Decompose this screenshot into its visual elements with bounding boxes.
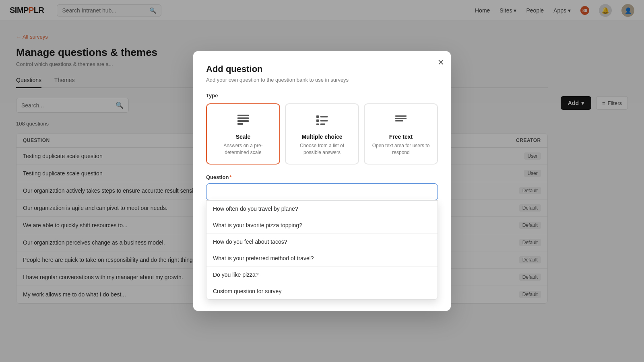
svg-rect-2 [237, 120, 249, 122]
suggestion-item-2[interactable]: How do you feel about tacos? [206, 234, 438, 250]
svg-rect-1 [237, 117, 249, 119]
svg-rect-5 [320, 116, 328, 117]
type-cards: Scale Answers on a pre-determined scale … [206, 103, 438, 165]
modal-overlay[interactable]: ✕ Add question Add your own question to … [0, 0, 644, 317]
suggestion-item-1[interactable]: What is your favorite pizza topping? [206, 217, 438, 234]
add-question-modal: ✕ Add question Add your own question to … [193, 51, 451, 311]
svg-rect-12 [395, 120, 403, 121]
modal-subtitle: Add your own question to the question ba… [206, 77, 438, 83]
type-card-scale[interactable]: Scale Answers on a pre-determined scale [206, 103, 280, 165]
scale-icon [213, 112, 273, 130]
type-card-ft-desc: Open text area for users to respond [371, 142, 431, 156]
suggestions-dropdown: How often do you travel by plane? What i… [206, 200, 438, 300]
type-label: Type [206, 93, 438, 99]
type-card-scale-name: Scale [213, 134, 273, 140]
type-card-mc-name: Multiple choice [292, 134, 352, 140]
type-card-scale-desc: Answers on a pre-determined scale [213, 142, 273, 156]
type-card-free-text[interactable]: Free text Open text area for users to re… [364, 103, 438, 165]
suggestion-item-3[interactable]: What is your preferred method of travel? [206, 250, 438, 267]
svg-rect-11 [395, 118, 407, 119]
type-card-multiple-choice[interactable]: Multiple choice Choose from a list of po… [285, 103, 359, 165]
type-card-mc-desc: Choose from a list of possible answers [292, 142, 352, 156]
question-input-wrap: How often do you travel by plane? What i… [206, 183, 438, 200]
question-field-label: Question* [206, 174, 438, 180]
question-input[interactable] [206, 183, 438, 200]
modal-close-button[interactable]: ✕ [438, 58, 444, 67]
suggestion-item-5[interactable]: Custom question for survey [206, 283, 438, 299]
modal-title: Add question [206, 64, 438, 74]
svg-rect-3 [237, 123, 243, 125]
svg-rect-8 [316, 123, 319, 125]
svg-rect-6 [316, 119, 319, 122]
svg-rect-4 [316, 115, 319, 118]
svg-rect-9 [320, 123, 325, 125]
svg-rect-7 [320, 120, 328, 121]
suggestion-item-4[interactable]: Do you like pizza? [206, 267, 438, 283]
svg-rect-10 [395, 115, 407, 117]
type-card-ft-name: Free text [371, 134, 431, 140]
svg-rect-0 [237, 115, 249, 116]
multiple-choice-icon [292, 112, 352, 130]
suggestion-item-0[interactable]: How often do you travel by plane? [206, 201, 438, 217]
free-text-icon [371, 112, 431, 130]
